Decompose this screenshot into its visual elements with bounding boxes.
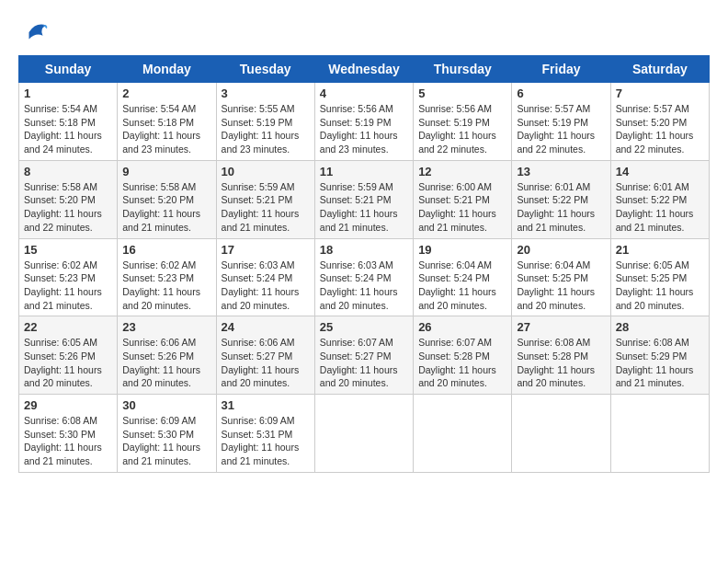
sunrise-label: Sunrise: 6:03 AM (222, 259, 295, 270)
sunset-label: Sunset: 5:23 PM (24, 272, 96, 283)
calendar-header-saturday: Saturday (610, 56, 709, 83)
daylight-label: Daylight: 11 hours and 21 minutes. (122, 208, 200, 233)
calendar-cell: 14 Sunrise: 6:01 AM Sunset: 5:22 PM Dayl… (610, 160, 709, 238)
day-number: 13 (517, 165, 605, 178)
calendar-cell: 6 Sunrise: 5:57 AM Sunset: 5:19 PM Dayli… (512, 83, 610, 161)
day-number: 29 (24, 398, 112, 412)
day-info: Sunrise: 6:08 AM Sunset: 5:29 PM Dayligh… (616, 336, 704, 390)
day-number: 15 (24, 243, 112, 257)
sunrise-label: Sunrise: 6:06 AM (222, 337, 295, 348)
sunrise-label: Sunrise: 5:59 AM (320, 181, 393, 192)
calendar-cell (512, 395, 610, 473)
calendar-cell: 1 Sunrise: 5:54 AM Sunset: 5:18 PM Dayli… (19, 83, 118, 161)
day-number: 7 (616, 86, 704, 100)
day-info: Sunrise: 5:56 AM Sunset: 5:19 PM Dayligh… (320, 102, 408, 156)
sunrise-label: Sunrise: 6:00 AM (418, 181, 492, 192)
sunset-label: Sunset: 5:21 PM (320, 194, 392, 205)
daylight-label: Daylight: 11 hours and 20 minutes. (616, 286, 694, 311)
daylight-label: Daylight: 11 hours and 20 minutes. (517, 286, 595, 311)
calendar-cell: 2 Sunrise: 5:54 AM Sunset: 5:18 PM Dayli… (118, 83, 216, 161)
sunset-label: Sunset: 5:28 PM (418, 350, 490, 362)
sunset-label: Sunset: 5:19 PM (517, 117, 588, 128)
day-number: 14 (616, 165, 704, 178)
sunset-label: Sunset: 5:18 PM (24, 117, 96, 128)
calendar-cell: 19 Sunrise: 6:04 AM Sunset: 5:24 PM Dayl… (414, 238, 512, 316)
calendar-cell: 29 Sunrise: 6:08 AM Sunset: 5:30 PM Dayl… (19, 395, 118, 473)
calendar-cell: 17 Sunrise: 6:03 AM Sunset: 5:24 PM Dayl… (216, 238, 314, 316)
calendar-header-sunday: Sunday (19, 56, 118, 83)
day-info: Sunrise: 6:08 AM Sunset: 5:28 PM Dayligh… (517, 336, 605, 390)
day-info: Sunrise: 5:56 AM Sunset: 5:19 PM Dayligh… (418, 102, 506, 156)
calendar-header-friday: Friday (512, 56, 610, 83)
sunrise-label: Sunrise: 6:02 AM (122, 259, 196, 270)
day-info: Sunrise: 6:06 AM Sunset: 5:26 PM Dayligh… (122, 336, 210, 390)
calendar-cell: 10 Sunrise: 5:59 AM Sunset: 5:21 PM Dayl… (216, 160, 314, 238)
day-info: Sunrise: 6:07 AM Sunset: 5:27 PM Dayligh… (320, 336, 408, 390)
calendar-cell (610, 395, 709, 473)
day-info: Sunrise: 6:01 AM Sunset: 5:22 PM Dayligh… (616, 180, 704, 235)
logo-bird-icon (22, 18, 50, 46)
daylight-label: Daylight: 11 hours and 20 minutes. (418, 286, 496, 311)
calendar-week-5: 29 Sunrise: 6:08 AM Sunset: 5:30 PM Dayl… (19, 395, 710, 473)
sunset-label: Sunset: 5:31 PM (222, 429, 293, 440)
sunrise-label: Sunrise: 6:01 AM (616, 181, 689, 192)
day-number: 31 (222, 398, 310, 412)
sunrise-label: Sunrise: 5:56 AM (320, 103, 393, 114)
sunrise-label: Sunrise: 6:09 AM (222, 415, 295, 426)
calendar-cell (414, 395, 512, 473)
day-number: 23 (122, 320, 210, 334)
calendar-week-4: 22 Sunrise: 6:05 AM Sunset: 5:26 PM Dayl… (19, 316, 710, 395)
sunrise-label: Sunrise: 5:57 AM (616, 103, 689, 114)
sunset-label: Sunset: 5:25 PM (616, 272, 688, 283)
sunset-label: Sunset: 5:24 PM (320, 272, 392, 283)
daylight-label: Daylight: 11 hours and 23 minutes. (122, 130, 200, 155)
day-number: 10 (222, 165, 310, 178)
daylight-label: Daylight: 11 hours and 22 minutes. (24, 208, 102, 233)
calendar-cell: 15 Sunrise: 6:02 AM Sunset: 5:23 PM Dayl… (19, 238, 118, 316)
calendar-cell: 12 Sunrise: 6:00 AM Sunset: 5:21 PM Dayl… (414, 160, 512, 238)
calendar-cell: 8 Sunrise: 5:58 AM Sunset: 5:20 PM Dayli… (19, 160, 118, 238)
sunrise-label: Sunrise: 5:55 AM (222, 103, 295, 114)
day-info: Sunrise: 6:01 AM Sunset: 5:22 PM Dayligh… (517, 180, 605, 235)
day-info: Sunrise: 6:02 AM Sunset: 5:23 PM Dayligh… (122, 259, 210, 313)
sunset-label: Sunset: 5:30 PM (122, 429, 194, 440)
calendar-cell: 4 Sunrise: 5:56 AM Sunset: 5:19 PM Dayli… (314, 83, 413, 161)
calendar-cell: 22 Sunrise: 6:05 AM Sunset: 5:26 PM Dayl… (19, 316, 118, 395)
sunset-label: Sunset: 5:20 PM (24, 194, 96, 205)
day-info: Sunrise: 6:03 AM Sunset: 5:24 PM Dayligh… (222, 259, 310, 313)
day-info: Sunrise: 5:58 AM Sunset: 5:20 PM Dayligh… (122, 180, 210, 235)
calendar-header-wednesday: Wednesday (314, 56, 413, 83)
calendar-week-1: 1 Sunrise: 5:54 AM Sunset: 5:18 PM Dayli… (19, 83, 710, 161)
calendar-cell: 11 Sunrise: 5:59 AM Sunset: 5:21 PM Dayl… (314, 160, 413, 238)
sunset-label: Sunset: 5:24 PM (418, 272, 490, 283)
calendar-cell: 9 Sunrise: 5:58 AM Sunset: 5:20 PM Dayli… (118, 160, 216, 238)
calendar-header-thursday: Thursday (414, 56, 512, 83)
day-number: 27 (517, 320, 605, 334)
day-info: Sunrise: 6:00 AM Sunset: 5:21 PM Dayligh… (418, 180, 506, 235)
daylight-label: Daylight: 11 hours and 23 minutes. (320, 130, 398, 155)
sunset-label: Sunset: 5:27 PM (222, 350, 293, 362)
sunset-label: Sunset: 5:30 PM (24, 429, 96, 440)
sunset-label: Sunset: 5:22 PM (616, 194, 688, 205)
day-info: Sunrise: 6:03 AM Sunset: 5:24 PM Dayligh… (320, 259, 408, 313)
day-number: 6 (517, 86, 605, 100)
sunset-label: Sunset: 5:21 PM (418, 194, 490, 205)
day-info: Sunrise: 6:05 AM Sunset: 5:25 PM Dayligh… (616, 259, 704, 313)
daylight-label: Daylight: 11 hours and 21 minutes. (24, 286, 102, 311)
sunrise-label: Sunrise: 6:05 AM (616, 259, 689, 270)
calendar-cell: 21 Sunrise: 6:05 AM Sunset: 5:25 PM Dayl… (610, 238, 709, 316)
sunrise-label: Sunrise: 6:04 AM (418, 259, 492, 270)
sunset-label: Sunset: 5:22 PM (517, 194, 588, 205)
day-info: Sunrise: 6:09 AM Sunset: 5:31 PM Dayligh… (222, 414, 310, 468)
day-number: 2 (122, 86, 210, 100)
daylight-label: Daylight: 11 hours and 21 minutes. (222, 442, 300, 466)
day-info: Sunrise: 5:54 AM Sunset: 5:18 PM Dayligh… (122, 102, 210, 156)
daylight-label: Daylight: 11 hours and 21 minutes. (517, 208, 595, 233)
daylight-label: Daylight: 11 hours and 20 minutes. (24, 364, 102, 389)
day-number: 9 (122, 165, 210, 178)
day-number: 26 (418, 320, 506, 334)
sunset-label: Sunset: 5:26 PM (24, 350, 96, 362)
sunrise-label: Sunrise: 5:54 AM (122, 103, 196, 114)
sunset-label: Sunset: 5:27 PM (320, 350, 392, 362)
sunrise-label: Sunrise: 6:08 AM (24, 415, 97, 426)
